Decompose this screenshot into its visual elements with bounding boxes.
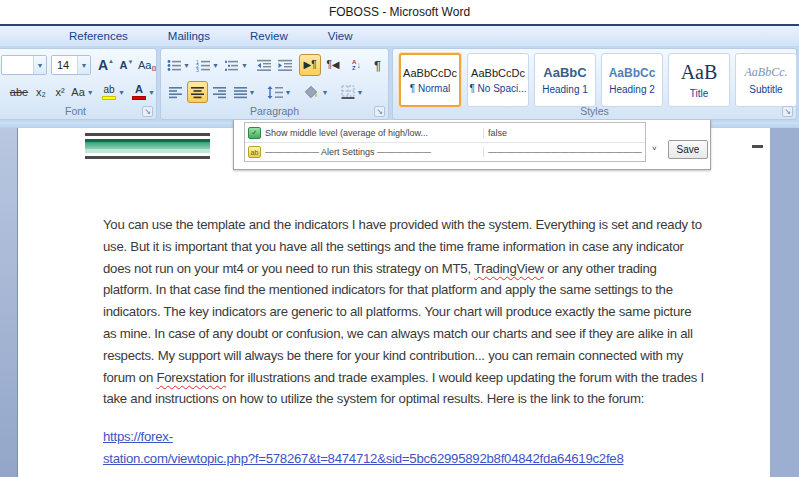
save-button: Save xyxy=(668,140,708,159)
style-card-no-spacing[interactable]: AaBbCcDc ¶ No Spaci... xyxy=(467,53,529,107)
style-card-subtitle[interactable]: AaBbCc. Subtitle xyxy=(735,53,797,107)
param-value: ——————————————————— xyxy=(483,147,642,157)
misspelled-word: TradingView xyxy=(474,261,544,276)
param-row: ab —————— Alert Settings —————— ————————… xyxy=(245,142,645,161)
left-margin-background xyxy=(0,128,17,477)
clear-formatting-icon: Aa xyxy=(138,60,151,71)
left-to-right-text-button[interactable]: ▶¶ xyxy=(299,54,321,76)
tab-review[interactable]: Review xyxy=(236,27,302,45)
multilevel-list-button[interactable]: ▼ xyxy=(223,54,250,76)
ribbon: ▼ 14 ▼ A▲ A▼ Aa abe x₂ x² xyxy=(0,46,799,122)
style-name: Title xyxy=(690,88,709,99)
chevron-down-icon: ▼ xyxy=(183,62,190,69)
increase-indent-button[interactable] xyxy=(275,54,295,76)
align-right-button[interactable] xyxy=(209,81,230,103)
embedded-chart-fragment[interactable] xyxy=(85,133,210,159)
shrink-font-button[interactable]: A▼ xyxy=(117,54,136,76)
font-group: ▼ 14 ▼ A▲ A▼ Aa abe x₂ x² xyxy=(0,48,157,120)
font-size-combo[interactable]: 14 ▼ xyxy=(51,55,91,75)
document-area: ✓ Show middle level (average of high/low… xyxy=(0,128,799,477)
document-page[interactable]: ✓ Show middle level (average of high/low… xyxy=(17,128,770,477)
numbering-button[interactable]: 123 ▼ xyxy=(194,54,221,76)
style-name: Subtitle xyxy=(749,84,782,95)
grow-font-button[interactable]: A▲ xyxy=(96,54,116,76)
align-right-icon xyxy=(213,86,226,99)
down-arrow-icon: ▼ xyxy=(128,59,134,65)
align-center-button[interactable] xyxy=(187,81,208,103)
highlight-icon: ab xyxy=(102,85,116,100)
paragraph-group: ▼ 123 ▼ ▼ xyxy=(160,48,389,120)
style-sample: AaBbC xyxy=(543,65,586,80)
increase-indent-icon xyxy=(278,59,292,72)
highlight-button[interactable]: ab ▼ xyxy=(99,80,128,104)
strikethrough-icon: abe xyxy=(10,87,28,98)
param-value: false xyxy=(483,128,642,138)
strikethrough-button[interactable]: abe xyxy=(7,81,31,103)
paragraph-text: or any other trading platform. In that c… xyxy=(103,261,693,385)
font-color-button[interactable]: A ▼ xyxy=(130,80,157,104)
shading-button[interactable]: ▼ xyxy=(300,81,332,103)
numbered-list-icon: 123 xyxy=(196,59,210,72)
change-case-icon: Aa xyxy=(71,87,84,98)
line-spacing-button[interactable]: ▼ xyxy=(264,81,294,103)
grow-font-icon: A xyxy=(98,58,108,72)
embedded-settings-dialog-image[interactable]: ✓ Show middle level (average of high/low… xyxy=(233,120,711,170)
forum-link[interactable]: https://forex- station.com/viewtopic.php… xyxy=(103,429,624,466)
chevron-down-icon: ▼ xyxy=(148,89,155,96)
tab-mailings[interactable]: Mailings xyxy=(154,27,224,45)
style-card-heading2[interactable]: AaBbCc Heading 2 xyxy=(601,53,663,107)
sort-button[interactable]: AZ ↓ xyxy=(346,54,367,76)
align-left-button[interactable] xyxy=(165,81,186,103)
justify-button[interactable]: ▼ xyxy=(231,81,258,103)
superscript-button[interactable]: x² xyxy=(51,81,69,103)
misspelled-word: Forexstation xyxy=(156,370,226,385)
eraser-icon xyxy=(152,66,156,71)
title-bar: FOBOSS - Microsoft Word xyxy=(0,0,799,24)
dropdown-chevron-icon: ˅ xyxy=(652,144,657,153)
down-arrow-icon: ↓ xyxy=(356,60,361,70)
show-paragraph-marks-button[interactable]: ¶ xyxy=(368,54,387,76)
tab-references[interactable]: References xyxy=(55,27,142,45)
line-spacing-icon xyxy=(267,86,283,99)
chevron-down-icon[interactable]: ▼ xyxy=(77,56,90,74)
style-sample: AaB xyxy=(681,61,718,84)
tab-view[interactable]: View xyxy=(314,27,367,45)
subscript-button[interactable]: x₂ xyxy=(32,81,50,103)
font-name-combo[interactable]: ▼ xyxy=(1,55,47,75)
superscript-icon: x² xyxy=(55,87,64,98)
bullet-list-icon xyxy=(167,59,181,72)
subscript-icon: x₂ xyxy=(36,87,46,98)
window-title: FOBOSS - Microsoft Word xyxy=(329,5,470,19)
right-to-left-text-button[interactable]: ¶◀ xyxy=(322,54,344,76)
chevron-down-icon[interactable]: ▼ xyxy=(33,56,46,74)
bullets-button[interactable]: ▼ xyxy=(165,54,192,76)
style-card-title[interactable]: AaB Title xyxy=(668,53,730,107)
word-window: FOBOSS - Microsoft Word References Maili… xyxy=(0,0,799,477)
styles-dialog-launcher[interactable]: ↘ xyxy=(782,106,793,117)
paint-bucket-icon xyxy=(304,85,320,99)
style-sample: AaBbCcDc xyxy=(471,67,525,79)
parameter-list: ✓ Show middle level (average of high/low… xyxy=(244,122,646,162)
paragraph-group-label: Paragraph xyxy=(161,105,388,117)
style-card-normal[interactable]: AaBbCcDc ¶ Normal xyxy=(399,53,461,107)
forum-link-line1: https://forex- xyxy=(103,429,173,444)
body-paragraph: You can use the template and the indicat… xyxy=(103,214,707,410)
style-name: ¶ Normal xyxy=(410,83,450,94)
clear-formatting-button[interactable]: Aa xyxy=(137,54,157,76)
style-name: Heading 1 xyxy=(542,84,588,95)
svg-text:3: 3 xyxy=(196,67,199,72)
chevron-down-icon: ▼ xyxy=(118,89,125,96)
param-name: —————— Alert Settings —————— xyxy=(265,147,483,157)
paragraph-dialog-launcher[interactable]: ↘ xyxy=(374,106,385,117)
ltr-paragraph-icon: ▶¶ xyxy=(303,60,316,70)
forum-link-paragraph: https://forex- station.com/viewtopic.php… xyxy=(103,426,624,469)
borders-button[interactable]: ▼ xyxy=(336,81,368,103)
forum-link-line2: station.com/viewtopic.php?f=578267&t=847… xyxy=(103,451,624,466)
styles-group: AaBbCcDc ¶ Normal AaBbCcDc ¶ No Spaci...… xyxy=(392,48,797,120)
change-case-button[interactable]: Aa▼ xyxy=(70,81,95,103)
chevron-down-icon: ▼ xyxy=(322,89,329,96)
multilevel-list-icon xyxy=(225,59,239,72)
style-card-heading1[interactable]: AaBbC Heading 1 xyxy=(534,53,596,107)
font-dialog-launcher[interactable]: ↘ xyxy=(142,106,153,117)
decrease-indent-button[interactable] xyxy=(254,54,274,76)
